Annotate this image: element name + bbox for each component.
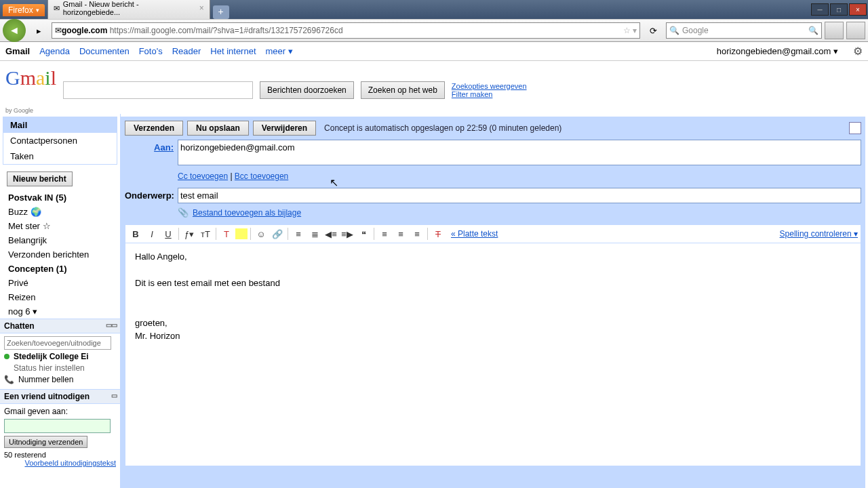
chat-me[interactable]: Stedelijk College Ei — [4, 350, 116, 363]
invites-left: 50 resterend — [4, 451, 116, 459]
new-tab-button[interactable]: + — [213, 5, 229, 19]
back-button[interactable]: ◄ — [3, 19, 26, 42]
folder-prive[interactable]: Privé — [8, 276, 120, 290]
send-invite-button[interactable]: Uitnodiging verzenden — [4, 436, 87, 448]
reload-button[interactable]: ⟳ — [643, 21, 663, 40]
autosave-status: Concept is automatisch opgeslagen op 22:… — [324, 123, 561, 133]
bullet-list-button[interactable]: ≣ — [307, 226, 322, 241]
minimize-button[interactable]: ─ — [811, 3, 829, 16]
gbar-reader[interactable]: Reader — [172, 46, 201, 56]
folder-buzz[interactable]: Buzz 🌍 — [8, 205, 120, 219]
message-body[interactable]: Hallo Angelo, Dit is een test email met … — [125, 243, 861, 466]
send-button[interactable]: Verzenden — [125, 121, 183, 136]
nav-tasks[interactable]: Taken — [3, 148, 117, 164]
emoji-button[interactable]: ☺ — [254, 226, 269, 241]
font-button[interactable]: ƒ▾ — [182, 226, 197, 241]
folder-more[interactable]: nog 6 ▾ — [8, 304, 120, 319]
home-button[interactable] — [825, 22, 844, 39]
gbar-more[interactable]: meer ▾ — [266, 46, 293, 56]
folder-list: Postvak IN (5) Buzz 🌍 Met ster ☆ Belangr… — [0, 190, 120, 319]
google-icon: 🔍 — [669, 26, 679, 35]
numbered-list-button[interactable]: ≡ — [291, 226, 306, 241]
forward-button[interactable]: ▸ — [28, 21, 49, 40]
site-favicon: ✉ — [55, 26, 62, 35]
nav-contacts[interactable]: Contactpersonen — [3, 133, 117, 148]
gbar-web[interactable]: Het internet — [210, 46, 256, 56]
chat-call[interactable]: 📞Nummer bellen — [4, 373, 116, 386]
save-now-button[interactable]: Nu opslaan — [187, 121, 249, 136]
bookmarks-button[interactable] — [846, 22, 865, 39]
indent-button[interactable]: ≡▶ — [340, 226, 355, 241]
highlight-button[interactable] — [235, 228, 248, 239]
browser-tab[interactable]: ✉ Gmail - Nieuw bericht - horizongebiede… — [47, 0, 210, 19]
color-button[interactable]: T — [219, 226, 234, 241]
browser-search-box[interactable]: 🔍 Google 🔍 — [666, 22, 822, 39]
nav-tabs: Mail Contactpersonen Taken — [3, 117, 117, 165]
folder-inbox[interactable]: Postvak IN (5) — [8, 190, 120, 205]
mail-search-input[interactable] — [63, 81, 253, 99]
firefox-titlebar: Firefox ✉ Gmail - Nieuw bericht - horizo… — [0, 0, 868, 19]
to-label[interactable]: Aan: — [154, 142, 174, 152]
close-window-button[interactable]: × — [849, 3, 867, 16]
search-web-button[interactable]: Zoeken op het web — [361, 81, 445, 99]
gmail-header: Gmailby Google Berichten doorzoeken Zoek… — [0, 61, 868, 114]
gbar-gmail[interactable]: Gmail — [5, 46, 30, 56]
size-button[interactable]: тT — [198, 226, 213, 241]
compose-pane: Verzenden Nu opslaan Verwijderen Concept… — [121, 117, 865, 488]
outdent-button[interactable]: ◀≡ — [323, 226, 338, 241]
gmail-logo: Gmailby Google — [5, 66, 56, 114]
format-toolbar: B I U ƒ▾ тT T ☺ 🔗 ≡ ≣ ◀≡ ≡▶ ❝ ≡ ≡ ≡ T « … — [125, 224, 861, 243]
gbar-docs[interactable]: Documenten — [79, 46, 130, 56]
italic-button[interactable]: I — [144, 226, 159, 241]
folder-drafts[interactable]: Concepten (1) — [8, 262, 120, 276]
chat-status[interactable]: Status hier instellen — [4, 363, 116, 373]
chat-search-input[interactable] — [4, 336, 111, 350]
invite-email-input[interactable] — [4, 419, 111, 433]
popout-icon[interactable] — [849, 122, 861, 134]
url-path: https://mail.google.com/mail/?shva=1#dra… — [110, 26, 343, 35]
gmail-favicon: ✉ — [54, 4, 60, 13]
add-cc[interactable]: Cc toevoegen — [178, 171, 228, 181]
bookmark-star-icon[interactable]: ☆ ▾ — [623, 26, 637, 35]
maximize-button[interactable]: □ — [830, 3, 848, 16]
discard-button[interactable]: Verwijderen — [253, 121, 316, 136]
nav-mail[interactable]: Mail — [3, 117, 117, 133]
settings-gear-icon[interactable]: ⚙ — [853, 45, 863, 58]
plain-text-link[interactable]: « Platte tekst — [451, 229, 498, 239]
url-domain: google.com — [62, 26, 107, 35]
invite-header[interactable]: Een vriend uitnodigen▭ — [0, 389, 120, 404]
close-tab-icon[interactable]: × — [199, 3, 204, 13]
add-bcc[interactable]: Bcc toevoegen — [235, 171, 288, 181]
align-left-button[interactable]: ≡ — [377, 226, 392, 241]
folder-reizen[interactable]: Reizen — [8, 290, 120, 304]
bold-button[interactable]: B — [128, 226, 143, 241]
create-filter[interactable]: Filter maken — [452, 90, 527, 98]
gbar-agenda[interactable]: Agenda — [39, 46, 70, 56]
phone-icon: 📞 — [4, 375, 14, 384]
chat-header[interactable]: Chatten▭ ▭ — [0, 319, 120, 333]
attach-file-link[interactable]: Bestand toevoegen als bijlage — [193, 208, 301, 218]
to-input[interactable]: horizongebieden@gmail.com — [178, 140, 861, 165]
compose-button[interactable]: Nieuw bericht — [7, 171, 73, 186]
underline-button[interactable]: U — [161, 226, 176, 241]
folder-starred[interactable]: Met ster ☆ — [8, 219, 120, 233]
folder-important[interactable]: Belangrijk — [8, 233, 120, 247]
remove-format-button[interactable]: T — [431, 226, 446, 241]
quote-button[interactable]: ❝ — [356, 226, 371, 241]
spellcheck-link[interactable]: Spelling controleren ▾ — [780, 229, 858, 239]
align-right-button[interactable]: ≡ — [410, 226, 425, 241]
account-email[interactable]: horizongebieden@gmail.com ▾ — [717, 46, 838, 56]
gbar-photos[interactable]: Foto's — [139, 46, 163, 56]
firefox-menu-button[interactable]: Firefox — [3, 4, 45, 16]
show-search-options[interactable]: Zoekopties weergeven — [452, 82, 527, 90]
search-mail-button[interactable]: Berichten doorzoeken — [260, 81, 354, 99]
tab-title: Gmail - Nieuw bericht - horizongebiede..… — [63, 0, 191, 16]
link-button[interactable]: 🔗 — [270, 226, 285, 241]
invite-preview-link[interactable]: Voorbeeld uitnodigingstekst — [4, 459, 116, 467]
search-go-icon[interactable]: 🔍 — [808, 26, 818, 35]
align-center-button[interactable]: ≡ — [393, 226, 408, 241]
url-bar[interactable]: ✉ google.com https://mail.google.com/mai… — [52, 22, 640, 39]
subject-input[interactable] — [178, 188, 861, 203]
google-bar: Gmail Agenda Documenten Foto's Reader He… — [0, 42, 868, 61]
folder-sent[interactable]: Verzonden berichten — [8, 247, 120, 262]
